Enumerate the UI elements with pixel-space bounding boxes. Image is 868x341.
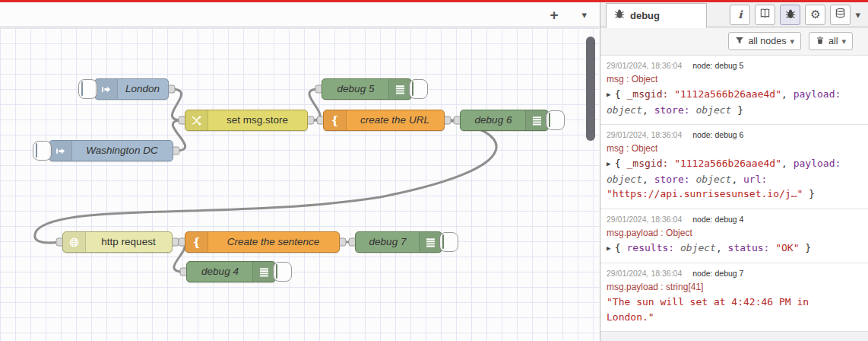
- button-fill: [549, 113, 550, 127]
- wire-london-setstore[interactable]: [171, 89, 182, 120]
- payload-token: _msgid:: [627, 158, 675, 169]
- debug-enable-button[interactable]: [409, 79, 428, 99]
- message-meta: 29/01/2024, 18:36:04node: debug 4: [607, 215, 857, 224]
- expand-triangle-icon: ▶: [607, 244, 615, 252]
- message-timestamp: 29/01/2024, 18:36:04: [607, 61, 682, 70]
- node-label: set msg.store: [185, 110, 307, 130]
- debug-message: 29/01/2024, 18:36:04node: debug 7msg.pay…: [600, 263, 868, 332]
- node-label: Washington DC: [49, 141, 173, 161]
- message-timestamp: 29/01/2024, 18:36:04: [607, 130, 682, 139]
- wire-setstore-debug5[interactable]: [309, 89, 320, 120]
- bug-icon: [785, 8, 796, 21]
- sidebar-tab-bar: debug i ⚙: [600, 2, 868, 27]
- payload-token: store:: [654, 174, 696, 185]
- message-property: msg : Object: [607, 74, 857, 84]
- debug-enable-button[interactable]: [273, 262, 292, 282]
- wire-layer: [0, 28, 599, 341]
- message-payload[interactable]: "The sun will set at 4:42:46 PM in Londo…: [607, 295, 857, 324]
- message-timestamp: 29/01/2024, 18:36:04: [607, 215, 682, 224]
- book-icon: [759, 8, 771, 21]
- node-label: debug 6: [461, 110, 548, 130]
- gear-icon: ⚙: [810, 9, 820, 21]
- config-tab-button[interactable]: ⚙: [805, 5, 825, 25]
- payload-token: {: [615, 158, 627, 169]
- payload-token: object: [680, 242, 716, 253]
- payload-token: payload:: [794, 158, 841, 169]
- node-debug7[interactable]: debug 7: [355, 231, 442, 253]
- wire-createurl-httpreq[interactable]: [35, 120, 496, 243]
- node-label: Create the sentence: [185, 232, 339, 252]
- debug-enable-button[interactable]: [546, 110, 565, 130]
- add-flow-button[interactable]: +: [544, 5, 564, 25]
- payload-token: _msgid:: [627, 88, 675, 100]
- node-label: create the URL: [324, 110, 444, 130]
- message-payload[interactable]: ▶ { results: object, status: "OK" }: [607, 241, 857, 257]
- flow-tab-bar: + ▾: [0, 2, 599, 27]
- payload-token: store:: [654, 104, 696, 116]
- vertical-scrollbar-thumb[interactable]: [586, 37, 595, 141]
- wire-washington-setstore[interactable]: [173, 120, 185, 151]
- payload-token: "OK": [775, 242, 799, 253]
- payload-token: url:: [743, 174, 767, 185]
- context-tab-button[interactable]: [830, 5, 851, 25]
- tab-debug[interactable]: debug: [606, 3, 707, 28]
- wire-httpreq-debug4[interactable]: [174, 242, 185, 272]
- flow-list-caret-icon[interactable]: ▾: [581, 9, 587, 21]
- node-setstore[interactable]: set msg.store: [185, 110, 308, 131]
- bug-icon: [614, 8, 625, 22]
- filter-nodes-button[interactable]: all nodes ▾: [728, 32, 801, 50]
- node-label: London: [95, 79, 168, 99]
- clear-debug-button[interactable]: all ▾: [809, 32, 853, 50]
- button-fill: [81, 81, 83, 96]
- sidebar-tabs-caret-icon[interactable]: ▾: [855, 9, 860, 21]
- debug-enable-button[interactable]: [439, 232, 458, 252]
- node-createurl[interactable]: {create the URL: [323, 110, 445, 131]
- message-source-node: node: debug 6: [692, 130, 743, 139]
- message-payload[interactable]: ▶ { _msgid: "1112a566b26aae4d", payload:…: [607, 156, 857, 202]
- message-source-node: node: debug 4: [692, 215, 743, 224]
- node-label: debug 4: [187, 262, 275, 282]
- node-red-window: + ▾ LondonWashington DCset msg.storedebu…: [0, 0, 868, 341]
- payload-token: ,: [642, 174, 654, 185]
- payload-token: "The sun will set at 4:42:46 PM in Londo…: [607, 296, 809, 323]
- message-timestamp: 29/01/2024, 18:36:04: [607, 269, 682, 278]
- button-fill: [36, 143, 37, 158]
- payload-token: "1112a566b26aae4d": [674, 158, 781, 169]
- node-debug6[interactable]: debug 6: [460, 110, 549, 131]
- funnel-icon: [735, 36, 744, 47]
- clear-debug-label: all: [828, 36, 838, 46]
- sidebar-panel: debug i ⚙: [600, 2, 868, 341]
- node-label: debug 5: [322, 79, 411, 99]
- payload-token: results:: [627, 242, 680, 253]
- chevron-down-icon: ▾: [841, 37, 846, 46]
- node-washington[interactable]: Washington DC: [49, 140, 173, 161]
- message-meta: 29/01/2024, 18:36:04node: debug 6: [607, 130, 857, 139]
- payload-token: ,: [642, 104, 654, 116]
- payload-token: "https://api.sunrisesunset.io/j…": [607, 188, 803, 199]
- node-debug5[interactable]: debug 5: [322, 78, 412, 100]
- payload-token: }: [803, 188, 815, 199]
- payload-token: object: [695, 174, 731, 185]
- payload-token: object: [607, 174, 642, 185]
- info-tab-button[interactable]: i: [730, 5, 750, 25]
- flow-canvas[interactable]: LondonWashington DCset msg.storedebug 5{…: [0, 28, 599, 341]
- debug-tab-button[interactable]: [780, 5, 800, 25]
- layers-icon: [835, 8, 846, 21]
- node-httpreq[interactable]: http request: [62, 231, 173, 253]
- debug-message: 29/01/2024, 18:36:04node: debug 4msg.pay…: [600, 209, 868, 264]
- payload-token: ,: [781, 88, 794, 100]
- filter-nodes-label: all nodes: [748, 36, 786, 46]
- top-red-border: [0, 0, 868, 2]
- message-payload[interactable]: ▶ { _msgid: "1112a566b26aae4d", payload:…: [607, 87, 857, 117]
- node-debug4[interactable]: debug 4: [186, 261, 276, 282]
- node-sentence[interactable]: {Create the sentence: [185, 231, 340, 253]
- help-tab-button[interactable]: [755, 5, 775, 25]
- node-london[interactable]: London: [94, 78, 169, 100]
- node-label: debug 7: [356, 232, 442, 252]
- message-property: msg : Object: [607, 143, 857, 154]
- message-property: msg.payload : string[41]: [607, 282, 857, 292]
- payload-token: ,: [781, 158, 794, 169]
- expand-triangle-icon: ▶: [607, 160, 615, 167]
- tab-debug-label: debug: [630, 10, 660, 21]
- trash-icon: [816, 36, 825, 47]
